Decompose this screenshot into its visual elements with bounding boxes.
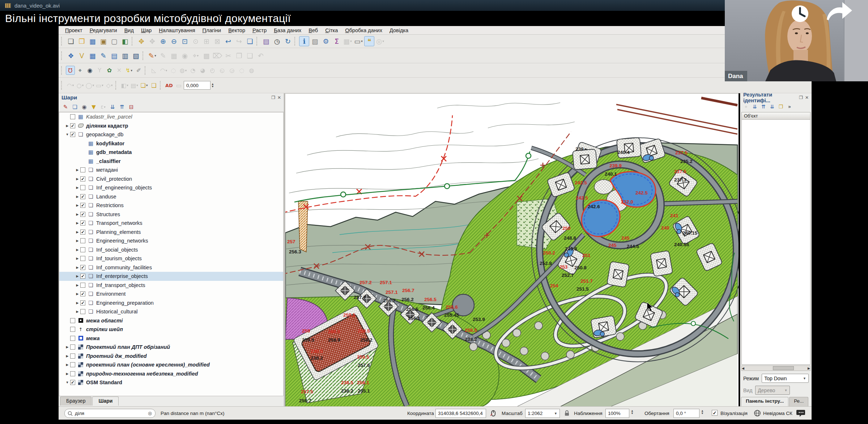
label-tool-icon[interactable]: ❑ [149,81,158,90]
expander-icon[interactable]: ▶ [64,363,70,367]
toolbar-grip[interactable] [256,37,259,46]
panel-close-icon[interactable]: ✕ [805,95,809,100]
pan-map-icon[interactable]: ✥ [136,36,146,46]
identify-features-icon[interactable]: ℹ [299,36,309,46]
statistical-summary-icon[interactable]: Σ [332,36,342,46]
layer-visibility-checkbox[interactable] [80,309,85,314]
bookmarks-icon[interactable]: ▤ [261,36,271,46]
layer-label[interactable]: Engineering_networks [96,238,148,244]
layer-label[interactable]: Inf_enterprise_objects [96,273,148,279]
zoom-last-icon[interactable]: ↩ [223,36,233,46]
menu-Вид[interactable]: Вид [121,27,137,33]
layer-visibility-checkbox[interactable]: ✓ [70,380,75,385]
layer-visibility-checkbox[interactable]: ✓ [80,230,85,235]
toolbar-grip[interactable] [145,66,147,75]
measure-icon[interactable]: ▭▾ [353,36,363,46]
search-input[interactable] [75,411,145,416]
advanced-digitizing-icon[interactable]: AD [165,81,174,90]
tool-d-icon[interactable]: ◕ [198,66,207,75]
add-delimited-text-icon[interactable]: ▤ [109,51,119,61]
tool-g-icon[interactable]: ◶ [227,66,237,75]
move-label-icon[interactable]: ◧▾ [120,81,129,90]
layer-label[interactable]: Проетний дж_modified [86,353,147,359]
layer-row[interactable]: ▶✓❏Inf_community_facilities [59,263,283,272]
layer-label[interactable]: kodyfikator [96,141,124,146]
tab-layers[interactable]: Шари [92,397,119,406]
attribute-table-icon[interactable]: ▦▾ [342,36,353,46]
zoom-native-icon[interactable]: ⊠ [212,36,222,46]
magnifier-field[interactable]: 100% [605,409,629,418]
menu-Налаштування[interactable]: Налаштування [155,27,199,33]
add-feature-icon[interactable]: ◉ [180,51,190,61]
layer-label[interactable]: проектний план (основне креслення)_modif… [86,362,210,368]
offset-curve-icon[interactable]: ↯▾ [124,66,133,75]
new-project-icon[interactable]: ❏ [66,36,76,46]
paste-features-icon[interactable]: ❑ [245,51,255,61]
save-edits-icon[interactable]: ▦ [169,51,179,61]
layer-row[interactable]: ▶Проетний дж_modified [59,352,283,361]
layer-row[interactable]: ▼✓OSM Standard [59,378,283,387]
ellipse-shape-icon[interactable]: ◯▾ [85,81,94,90]
expander-icon[interactable]: ▶ [75,274,80,278]
nominatim-search-icon[interactable]: ◎▾ [375,36,385,46]
panel-close-icon[interactable]: ✕ [277,95,281,100]
expander-icon[interactable]: ▶ [64,354,70,358]
toolbar-grip[interactable] [294,37,297,46]
layer-label[interactable]: Historical_cultural [96,309,137,314]
copy-feature-icon[interactable]: ❐ [777,103,785,111]
zoom-in-icon[interactable]: ⊕ [158,36,168,46]
add-group-icon[interactable]: ❏ [71,103,79,111]
cut-features-icon[interactable]: ✂ [223,51,233,61]
expander-icon[interactable]: ▶ [75,239,80,243]
rectangle-shape-icon[interactable]: ▭▾ [95,81,104,90]
expander-icon[interactable]: ▶ [75,186,80,189]
expander-icon[interactable]: ▶ [75,204,80,207]
expander-icon[interactable]: ▶ [75,257,80,260]
layer-visibility-checkbox[interactable]: ✓ [80,300,85,305]
tracing-icon[interactable]: ⌖ [76,66,85,75]
map-tips-icon[interactable]: ❝ [364,36,374,46]
layer-row[interactable]: ▦_clasiffier [59,157,283,166]
horizontal-scrollbar[interactable]: ◀ ▶ [741,365,810,371]
layer-row[interactable]: ▶✓❏Planning_elements [59,228,283,237]
feature-action-icon[interactable]: ▧ [310,36,320,46]
layer-label[interactable]: метадані [96,167,118,173]
expander-icon[interactable]: ▶ [75,266,80,269]
scale-select[interactable]: 1:2062▼ [525,409,560,418]
menu-Веб[interactable]: Веб [305,27,322,33]
tab-toolbox[interactable]: Панель інстру... [741,397,788,406]
layer-visibility-checkbox[interactable] [80,185,85,190]
layer-visibility-checkbox[interactable] [70,344,75,350]
layer-visibility-checkbox[interactable]: ✓ [70,123,75,128]
layer-label[interactable]: Restrictions [96,202,124,208]
save-project-icon[interactable]: ▦ [88,36,98,46]
layer-label[interactable]: OSM Standard [86,380,122,385]
layer-visibility-checkbox[interactable] [70,114,75,119]
menu-Довідка[interactable]: Довідка [386,27,412,33]
move-feature-icon[interactable]: ✐ [134,66,143,75]
layer-label[interactable]: Inf_community_facilities [96,265,152,270]
add-spatialite-layer-icon[interactable]: ▥ [120,51,130,61]
ruler-icon[interactable]: ◺ [149,66,158,75]
identify-results-list[interactable] [741,120,810,365]
multiedit-icon[interactable]: ▩ [201,51,212,61]
delete-selected-icon[interactable]: ⌦ [212,51,222,61]
layer-visibility-checkbox[interactable]: ✓ [80,212,85,217]
reshape-features-icon[interactable]: ✿ [105,66,114,75]
layer-row[interactable]: ▶✓❏Environment [59,290,283,299]
extents-mouse-icon[interactable] [490,410,497,417]
toolbar-grip[interactable] [61,81,64,90]
toolbar-grip[interactable] [61,66,64,75]
open-layer-styling-icon[interactable]: ✎ [61,103,70,111]
menu-Сітка[interactable]: Сітка [322,27,341,33]
toolbar-grip[interactable] [142,51,145,60]
rotation-spinner[interactable]: ▲▼ [701,410,704,415]
layer-row[interactable]: ▶✓❏Transport_networks [59,219,283,228]
collapse-tree-icon[interactable]: ⇈ [760,103,767,111]
tool-h-icon[interactable]: ◌ [237,66,246,75]
menu-Шар[interactable]: Шар [137,27,155,33]
panel-float-icon[interactable]: ❐ [271,95,275,100]
lock-icon[interactable] [564,410,570,416]
remove-layer-icon[interactable]: ⊟ [127,103,136,111]
expander-icon[interactable]: ▶ [75,248,80,252]
